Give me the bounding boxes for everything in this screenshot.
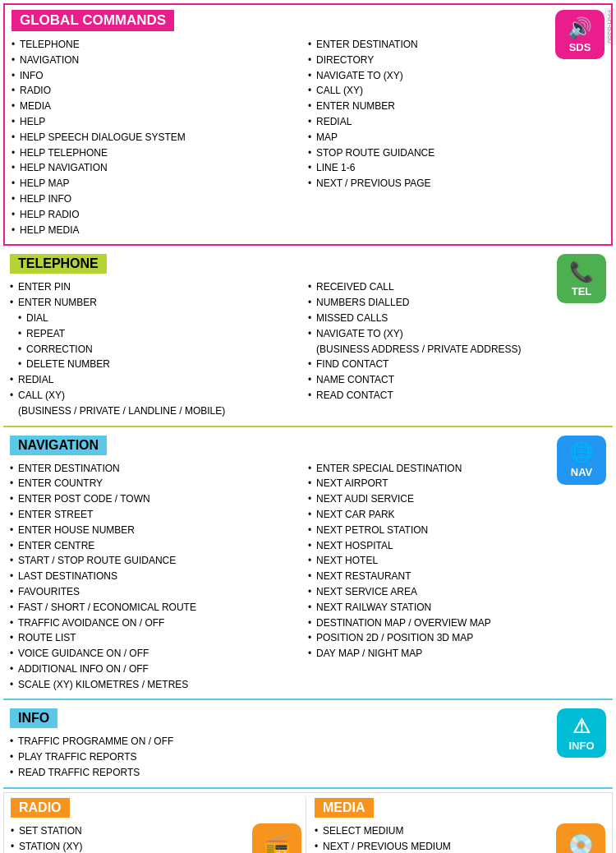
list-item: CALL (XY): [308, 83, 596, 99]
tel-col1-list: ENTER PINENTER NUMBERDIALREPEATCORRECTIO…: [10, 279, 300, 418]
list-item: ENTER SPECIAL DESTINATION: [308, 461, 598, 477]
tel-badge: 📞 TEL: [557, 254, 606, 303]
list-item: REDIAL: [308, 114, 596, 130]
list-item: ENTER POST CODE / TOWN: [10, 491, 300, 507]
section-global: GLOBAL COMMANDS TELEPHONENAVIGATIONINFOR…: [3, 3, 613, 246]
nav-icon: 🌐: [569, 441, 594, 464]
navigation-col1: ENTER DESTINATIONENTER COUNTRYENTER POST…: [10, 461, 308, 693]
list-item-continuation: (BUSINESS / PRIVATE / LANDLINE / MOBILE): [10, 403, 300, 419]
list-item: NEXT SERVICE AREA: [308, 584, 598, 600]
list-item: TELEPHONE: [11, 37, 300, 53]
list-item: DIRECTORY: [308, 53, 596, 68]
media-inner: SELECT MEDIUMNEXT / PREVIOUS MEDIUMNEXT …: [315, 823, 605, 853]
global-col1-list: TELEPHONENAVIGATIONINFORADIOMEDIAHELPHEL…: [11, 37, 300, 237]
info-list: TRAFFIC PROGRAMME ON / OFFPLAY TRAFFIC R…: [10, 734, 606, 780]
radio-media-row: RADIO SET STATIONSTATION (XY)SET FREQUEN…: [11, 798, 605, 853]
list-item: ENTER NUMBER: [10, 295, 300, 311]
list-item: HELP RADIO: [11, 207, 300, 223]
list-item: PLAY TRAFFIC REPORTS: [10, 749, 606, 765]
nav-col2-list: ENTER SPECIAL DESTINATIONNEXT AIRPORTNEX…: [308, 461, 598, 662]
list-item: FAST / SHORT / ECONOMICAL ROUTE: [10, 600, 300, 616]
list-item: (BUSINESS ADDRESS / PRIVATE ADDRESS): [308, 342, 598, 357]
list-item: TRAFFIC AVOIDANCE ON / OFF: [10, 616, 300, 631]
list-item: FIND CONTACT: [308, 357, 598, 372]
list-item: REDIAL: [10, 372, 300, 388]
title-info: INFO: [10, 708, 57, 728]
list-item: LINE 1-6: [308, 160, 596, 176]
telephone-content: ENTER PINENTER NUMBERDIALREPEATCORRECTIO…: [10, 279, 606, 418]
list-item: DIAL: [10, 311, 300, 326]
media-section: MEDIA SELECT MEDIUMNEXT / PREVIOUS MEDIU…: [306, 798, 605, 853]
telephone-col1: ENTER PINENTER NUMBERDIALREPEATCORRECTIO…: [10, 279, 308, 418]
section-telephone: TELEPHONE ENTER PINENTER NUMBERDIALREPEA…: [3, 249, 613, 426]
list-item: CORRECTION: [10, 342, 300, 357]
list-item: RADIO: [11, 83, 300, 99]
list-item: ENTER PIN: [10, 279, 300, 295]
list-item: HELP INFO: [11, 191, 300, 207]
list-item: LAST DESTINATIONS: [10, 569, 300, 584]
list-item: SELECT MEDIUM: [315, 823, 552, 839]
global-commands-content: TELEPHONENAVIGATIONINFORADIOMEDIAHELPHEL…: [11, 37, 605, 237]
list-item: HELP: [11, 114, 300, 130]
list-item: MAP: [308, 130, 596, 145]
nav-label: NAV: [571, 466, 592, 478]
list-item: NUMBERS DIALLED: [308, 295, 598, 311]
list-item: DESTINATION MAP / OVERVIEW MAP: [308, 616, 598, 631]
list-item: ENTER DESTINATION: [308, 37, 596, 53]
section-navigation: NAVIGATION ENTER DESTINATIONENTER COUNTR…: [3, 431, 613, 701]
list-item: INFO: [11, 68, 300, 84]
radio-list-wrap: SET STATIONSTATION (XY)SET FREQUENCYSET …: [11, 823, 248, 853]
list-item: FAVOURITES: [10, 584, 300, 600]
media-list-wrap: SELECT MEDIUMNEXT / PREVIOUS MEDIUMNEXT …: [315, 823, 552, 853]
list-item: HELP SPEECH DIALOGUE SYSTEM: [11, 130, 300, 145]
list-item: DAY MAP / NIGHT MAP: [308, 646, 598, 662]
list-item: NEXT CAR PARK: [308, 507, 598, 523]
info-icon: ⚠: [572, 715, 591, 738]
list-item: ENTER STREET: [10, 507, 300, 523]
list-item: TRAFFIC PROGRAMME ON / OFF: [10, 734, 606, 749]
info-label: INFO: [568, 740, 594, 752]
list-item: ADDITIONAL INFO ON / OFF: [10, 662, 300, 677]
list-item: MISSED CALLS: [308, 311, 598, 326]
list-item: REPEAT: [10, 326, 300, 342]
list-item: ENTER COUNTRY: [10, 476, 300, 491]
list-item: NEXT / PREVIOUS PAGE: [308, 176, 596, 191]
list-item: SCALE (XY) KILOMETRES / METRES: [10, 677, 300, 693]
global-col2: ENTER DESTINATIONDIRECTORYNAVIGATE TO (X…: [308, 37, 605, 237]
title-radio: RADIO: [11, 798, 70, 818]
media-badge: 💿 MEDIA: [556, 823, 605, 853]
tel-icon: 📞: [569, 261, 594, 284]
list-item: STOP ROUTE GUIDANCE: [308, 145, 596, 161]
list-item: ENTER CENTRE: [10, 538, 300, 554]
title-media: MEDIA: [315, 798, 374, 818]
list-item: VOICE GUIDANCE ON / OFF: [10, 646, 300, 662]
list-item: START / STOP ROUTE GUIDANCE: [10, 553, 300, 569]
media-list: SELECT MEDIUMNEXT / PREVIOUS MEDIUMNEXT …: [315, 823, 552, 853]
section-info: INFO TRAFFIC PROGRAMME ON / OFFPLAY TRAF…: [3, 703, 613, 788]
nav-badge: 🌐 NAV: [557, 436, 606, 485]
list-item: NEXT / PREVIOUS MEDIUM: [315, 839, 552, 853]
radio-icon: 📻: [264, 832, 290, 853]
info-badge: ⚠ INFO: [557, 708, 606, 758]
list-item: HELP TELEPHONE: [11, 145, 300, 161]
list-item: NAVIGATE TO (XY): [308, 326, 598, 342]
list-item: ENTER DESTINATION: [10, 461, 300, 477]
sds-badge: 🔊 SDS: [555, 10, 605, 59]
radio-inner: SET STATIONSTATION (XY)SET FREQUENCYSET …: [11, 823, 301, 853]
section-radio-media: RADIO SET STATIONSTATION (XY)SET FREQUEN…: [3, 792, 613, 853]
title-navigation: NAVIGATION: [10, 436, 107, 455]
list-item: ENTER NUMBER: [308, 99, 596, 114]
list-item: NAVIGATE TO (XY): [308, 68, 596, 84]
list-item: MEDIA: [11, 99, 300, 114]
sds-icon: 🔊: [568, 16, 592, 39]
list-item: HELP MAP: [11, 176, 300, 191]
global-col2-list: ENTER DESTINATIONDIRECTORYNAVIGATE TO (X…: [308, 37, 596, 191]
navigation-content: ENTER DESTINATIONENTER COUNTRYENTER POST…: [10, 461, 606, 693]
list-item: DELETE NUMBER: [10, 357, 300, 372]
sds-label: SDS: [569, 41, 591, 53]
nav-col1-list: ENTER DESTINATIONENTER COUNTRYENTER POST…: [10, 461, 300, 693]
list-item: ENTER HOUSE NUMBER: [10, 523, 300, 538]
navigation-col2: ENTER SPECIAL DESTINATIONNEXT AIRPORTNEX…: [308, 461, 606, 693]
list-item: READ CONTACT: [308, 388, 598, 403]
list-item: NEXT HOTEL: [308, 553, 598, 569]
